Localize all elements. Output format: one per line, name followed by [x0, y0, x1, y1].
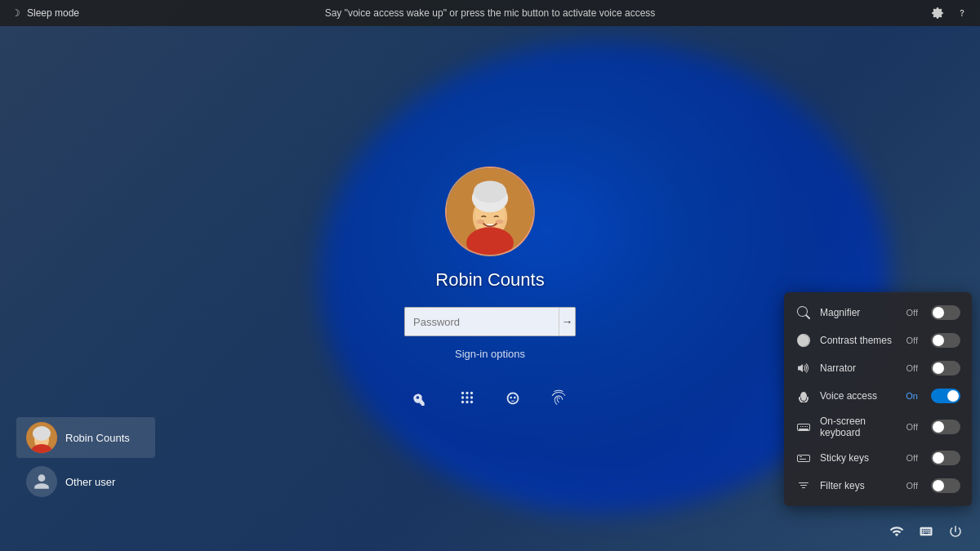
filter-status: Off: [906, 481, 918, 491]
help-icon[interactable]: [956, 7, 969, 20]
svg-point-6: [477, 220, 485, 224]
svg-point-14: [461, 401, 464, 403]
narrator-status: Off: [906, 363, 918, 373]
password-input[interactable]: [404, 307, 559, 336]
settings-icon[interactable]: [931, 7, 944, 20]
svg-point-19: [33, 426, 51, 441]
wifi-icon[interactable]: [889, 523, 905, 540]
voice-toggle-thumb: [947, 390, 959, 402]
input-icon[interactable]: [918, 523, 934, 540]
signin-options[interactable]: Sign-in options: [455, 348, 525, 360]
user-item-other[interactable]: Other user: [16, 461, 155, 502]
sticky-toggle[interactable]: [931, 451, 960, 465]
access-row-narrator[interactable]: Narrator Off: [784, 354, 972, 382]
access-row-sticky[interactable]: Sticky keys Off: [784, 444, 972, 472]
sticky-icon: [795, 450, 812, 466]
access-row-keyboard[interactable]: On-screen keyboard Off: [784, 410, 972, 444]
access-row-voice[interactable]: Voice access On: [784, 382, 972, 410]
magnifier-toggle[interactable]: [931, 305, 960, 320]
accessibility-panel: Magnifier Off Contrast themes Off Narra: [784, 292, 972, 506]
sticky-label: Sticky keys: [820, 452, 898, 464]
topbar: ☽ Sleep mode Say "voice access wake up" …: [0, 0, 980, 26]
svg-point-7: [496, 220, 504, 224]
bottom-right-icons: [889, 523, 964, 540]
svg-point-10: [470, 392, 473, 394]
keyboard-status: Off: [906, 422, 918, 432]
narrator-toggle-thumb: [933, 362, 944, 374]
voice-toggle[interactable]: [931, 389, 960, 403]
voice-icon: [795, 388, 812, 404]
face-recognition-icon[interactable]: [500, 384, 526, 411]
voice-hint: Say "voice access wake up" or press the …: [325, 7, 656, 19]
keyboard-label: On-screen keyboard: [820, 415, 898, 438]
magnifier-status: Off: [906, 308, 918, 318]
sticky-toggle-thumb: [933, 452, 944, 464]
narrator-label: Narrator: [820, 362, 898, 374]
user-panel: Robin Counts Other user: [16, 417, 155, 502]
user-avatar: [445, 167, 535, 256]
magnifier-label: Magnifier: [820, 307, 898, 318]
password-submit[interactable]: →: [559, 307, 576, 336]
keyboard-icon: [795, 419, 812, 435]
user-avatar-robin-small: [26, 422, 57, 453]
key-icon[interactable]: [408, 384, 434, 411]
contrast-icon: [795, 332, 812, 349]
fingerprint-icon[interactable]: [546, 384, 572, 411]
access-row-contrast[interactable]: Contrast themes Off: [784, 327, 972, 354]
svg-point-4: [474, 180, 506, 202]
topbar-center: Say "voice access wake up" or press the …: [325, 7, 656, 19]
narrator-toggle[interactable]: [931, 361, 960, 375]
arrow-icon: →: [562, 315, 573, 328]
user-item-robin[interactable]: Robin Counts: [16, 417, 155, 458]
auth-icons: [408, 384, 572, 411]
access-row-magnifier[interactable]: Magnifier Off: [784, 299, 972, 327]
user-item-other-name: Other user: [65, 476, 115, 488]
pin-icon[interactable]: [454, 384, 480, 411]
svg-point-12: [466, 396, 468, 398]
password-row: →: [404, 307, 576, 336]
power-icon[interactable]: [947, 523, 964, 540]
topbar-left: ☽ Sleep mode: [11, 7, 79, 19]
magnifier-toggle-thumb: [933, 307, 944, 318]
narrator-icon: [795, 360, 812, 376]
contrast-status: Off: [906, 335, 918, 345]
svg-point-8: [461, 392, 464, 394]
svg-point-13: [470, 396, 473, 398]
svg-point-11: [461, 396, 464, 398]
svg-point-16: [470, 401, 473, 403]
svg-point-15: [466, 401, 468, 403]
svg-point-9: [466, 392, 468, 394]
filter-toggle-thumb: [933, 480, 944, 491]
keyboard-toggle[interactable]: [931, 420, 960, 434]
contrast-label: Contrast themes: [820, 335, 898, 346]
contrast-toggle-thumb: [933, 335, 944, 346]
filter-label: Filter keys: [820, 480, 898, 491]
topbar-right: [931, 7, 969, 20]
filter-icon: [795, 478, 812, 494]
keyboard-toggle-thumb: [933, 421, 944, 433]
magnifier-icon: [795, 304, 812, 321]
contrast-toggle[interactable]: [931, 333, 960, 348]
user-name: Robin Counts: [435, 269, 544, 291]
voice-label: Voice access: [820, 390, 898, 402]
sticky-status: Off: [906, 453, 918, 463]
user-item-robin-name: Robin Counts: [65, 432, 130, 444]
voice-status: On: [906, 391, 918, 401]
user-avatar-other: [26, 466, 57, 497]
access-row-filter[interactable]: Filter keys Off: [784, 472, 972, 500]
sleep-icon: ☽: [11, 7, 20, 19]
sleep-label: Sleep mode: [27, 7, 79, 19]
filter-toggle[interactable]: [931, 478, 960, 493]
